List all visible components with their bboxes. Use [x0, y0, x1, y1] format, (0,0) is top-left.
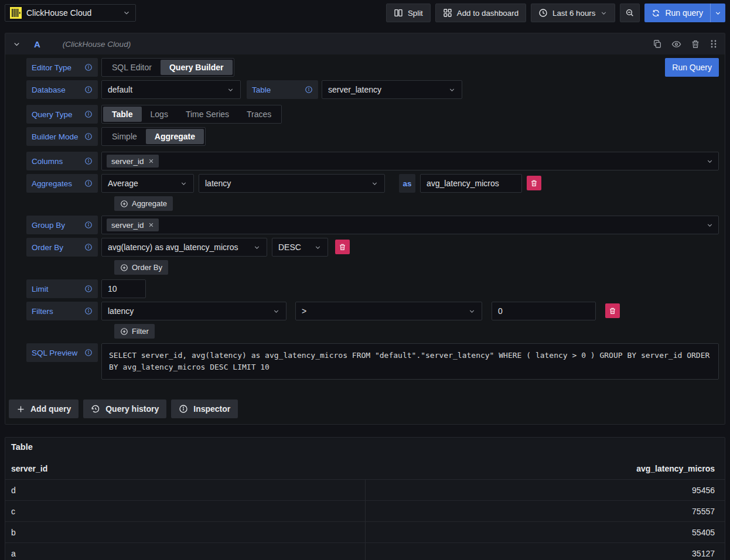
time-range-picker[interactable]: Last 6 hours — [531, 4, 615, 22]
limit-field[interactable] — [101, 279, 146, 298]
database-select[interactable]: default — [101, 80, 241, 99]
builder-mode-row: Builder Mode Simple Aggregate — [26, 127, 719, 146]
add-order-by-button[interactable]: Order By — [114, 260, 168, 275]
columns-multiselect[interactable]: server_id — [101, 152, 719, 170]
filter-column-select[interactable]: latency — [101, 302, 286, 320]
builder-mode-option-simple[interactable]: Simple — [103, 129, 146, 144]
table-body: d 95456 c 75557 b 55405 a 35127 — [5, 480, 725, 560]
plus-circle-icon — [120, 200, 128, 208]
order-by-direction-select[interactable]: DESC — [272, 238, 328, 257]
table-row[interactable]: c 75557 — [5, 501, 725, 522]
add-filter-row: Filter — [114, 324, 719, 339]
add-to-dashboard-button[interactable]: Add to dashboard — [435, 4, 526, 22]
query-type-option-time-series[interactable]: Time Series — [177, 107, 238, 122]
query-type-option-table[interactable]: Table — [103, 107, 142, 122]
filter-value-field[interactable] — [492, 302, 596, 320]
aggregate-alias-field[interactable] — [420, 174, 522, 193]
order-by-label: Order By — [26, 238, 98, 257]
editor-type-option-query-builder[interactable]: Query Builder — [161, 60, 233, 75]
limit-input[interactable] — [108, 284, 139, 293]
query-row-actions — [653, 39, 718, 49]
query-ref-id: A — [34, 39, 40, 49]
builder-mode-label: Builder Mode — [26, 127, 98, 146]
remove-filter-button[interactable] — [605, 303, 620, 318]
add-query-button[interactable]: Add query — [9, 399, 79, 418]
info-icon[interactable] — [84, 86, 93, 94]
filter-value-input[interactable] — [498, 306, 589, 316]
table-select[interactable]: server_latency — [322, 80, 462, 99]
columns-row: Columns server_id — [26, 152, 719, 170]
table-label: Table — [247, 80, 318, 99]
query-datasource-hint: (ClickHouse Cloud) — [63, 40, 131, 49]
editor-footer: Add query Query history Inspector — [5, 383, 725, 424]
group-by-multiselect[interactable]: server_id — [101, 216, 719, 234]
order-by-row: Order By avg(latency) as avg_latency_mic… — [26, 238, 719, 257]
filters-label: Filters — [26, 302, 98, 320]
run-query-dropdown[interactable] — [710, 4, 725, 22]
info-icon[interactable] — [84, 179, 93, 187]
chevron-down-icon — [180, 180, 187, 187]
aggregates-row: Aggregates Average latency as — [26, 174, 719, 193]
database-table-row: Database default Table server_latency — [26, 80, 719, 99]
drag-handle-grip-icon[interactable] — [709, 39, 718, 49]
chevron-down-icon — [227, 86, 234, 94]
info-icon[interactable] — [84, 243, 93, 251]
chevron-down-icon — [272, 308, 280, 315]
add-aggregate-button[interactable]: Aggregate — [114, 196, 173, 211]
query-row-header[interactable]: A (ClickHouse Cloud) — [5, 33, 725, 54]
order-by-field-select[interactable]: avg(latency) as avg_latency_micros — [101, 238, 267, 257]
zoom-out-button[interactable] — [620, 4, 640, 22]
inspector-button[interactable]: Inspector — [171, 399, 238, 418]
query-editor-panel: A (ClickHouse Cloud) Editor Type SQL Edi… — [5, 33, 725, 425]
chevron-down-icon — [600, 9, 608, 17]
aggregate-function-select[interactable]: Average — [101, 174, 194, 193]
query-type-option-logs[interactable]: Logs — [142, 107, 177, 122]
info-icon[interactable] — [84, 285, 93, 293]
aggregates-label: Aggregates — [26, 174, 98, 193]
info-icon[interactable] — [84, 132, 93, 141]
run-query-editor-button[interactable]: Run Query — [665, 58, 719, 77]
query-type-label: Query Type — [26, 105, 98, 124]
aggregate-alias-input[interactable] — [427, 179, 516, 188]
remove-aggregate-button[interactable] — [527, 176, 541, 190]
info-circle-icon — [179, 404, 188, 414]
run-query-button[interactable]: Run query — [644, 4, 710, 22]
chevron-down-icon — [468, 308, 476, 315]
info-icon[interactable] — [84, 349, 93, 357]
builder-mode-option-aggregate[interactable]: Aggregate — [146, 129, 204, 144]
aggregate-column-select[interactable]: latency — [199, 174, 385, 193]
editor-type-option-sql-editor[interactable]: SQL Editor — [103, 60, 161, 75]
info-icon[interactable] — [84, 63, 93, 71]
column-header-server-id[interactable]: server_id — [5, 464, 365, 473]
table-header-row: server_id avg_latency_micros — [5, 457, 725, 480]
apps-grid-icon — [443, 8, 452, 18]
info-icon[interactable] — [84, 307, 93, 315]
chevron-down-icon — [314, 244, 322, 251]
table-row[interactable]: d 95456 — [5, 480, 725, 501]
hide-query-eye-icon[interactable] — [671, 39, 681, 49]
info-icon[interactable] — [305, 86, 313, 94]
duplicate-query-icon[interactable] — [653, 39, 662, 49]
editor-type-toggle: SQL Editor Query Builder — [101, 58, 234, 77]
info-icon[interactable] — [84, 157, 93, 165]
table-row[interactable]: a 35127 — [5, 543, 725, 560]
info-icon[interactable] — [84, 110, 93, 118]
remove-chip-icon[interactable] — [148, 158, 154, 164]
column-header-avg-latency-micros[interactable]: avg_latency_micros — [365, 464, 725, 473]
plus-circle-icon — [120, 327, 128, 336]
query-history-button[interactable]: Query history — [83, 399, 166, 418]
remove-chip-icon[interactable] — [148, 222, 154, 228]
add-aggregate-row: Aggregate — [114, 196, 719, 211]
group-by-chip-server-id: server_id — [107, 218, 159, 231]
filter-operator-select[interactable]: > — [295, 302, 482, 320]
add-filter-button[interactable]: Filter — [114, 324, 155, 339]
table-row[interactable]: b 55405 — [5, 522, 725, 543]
remove-order-by-button[interactable] — [335, 240, 350, 254]
limit-label: Limit — [26, 279, 98, 298]
datasource-picker[interactable]: ClickHouse Cloud — [5, 4, 136, 22]
query-type-option-traces[interactable]: Traces — [238, 107, 280, 122]
info-icon[interactable] — [84, 221, 93, 229]
split-button[interactable]: Split — [386, 4, 431, 22]
collapse-chevron-icon[interactable] — [12, 40, 21, 49]
delete-query-trash-icon[interactable] — [691, 39, 700, 49]
